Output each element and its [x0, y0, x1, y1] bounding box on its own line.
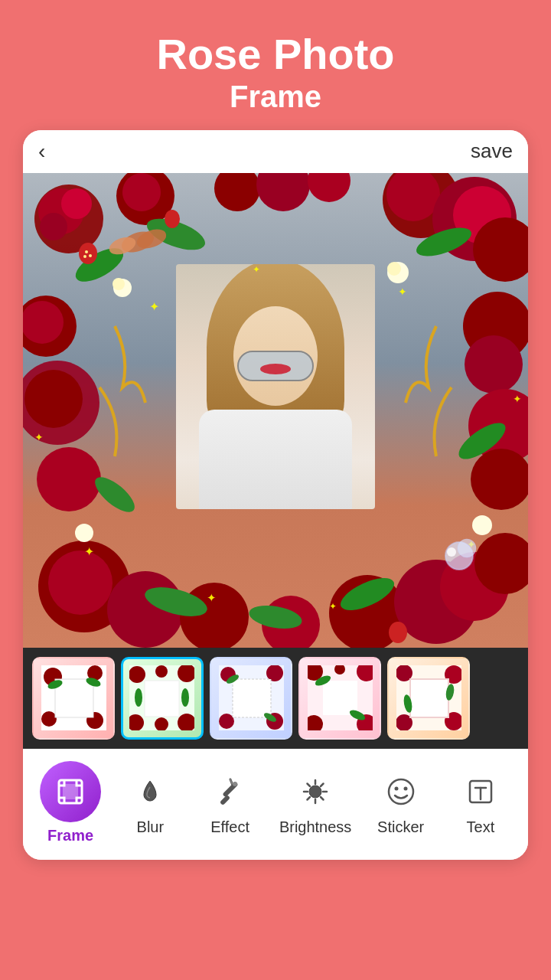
svg-point-72: [41, 711, 57, 727]
effect-label: Effect: [210, 818, 249, 836]
back-button[interactable]: ‹: [38, 139, 45, 164]
tool-frame[interactable]: Frame: [40, 761, 101, 844]
svg-point-78: [129, 666, 145, 683]
save-button[interactable]: save: [471, 139, 513, 163]
frame-thumb-5-inner: [393, 662, 465, 734]
blur-icon-wrap: [128, 769, 172, 814]
svg-point-130: [403, 786, 407, 790]
frame-thumb-2-inner: [127, 663, 197, 733]
app-title-line1: Rose Photo: [15, 31, 536, 78]
photo-frame-area: ✦ ✦ ✦ ✦ ✦ ✦ ✦ ✦ ✦: [23, 173, 528, 648]
svg-rect-101: [323, 681, 357, 715]
tool-sticker[interactable]: Sticker: [370, 769, 432, 836]
frame-thumb-1-inner: [37, 662, 109, 734]
svg-rect-109: [410, 679, 448, 717]
app-title-line2: Frame: [15, 78, 536, 115]
svg-line-127: [308, 797, 311, 800]
svg-point-85: [135, 688, 142, 707]
svg-point-90: [219, 714, 234, 729]
toolbar-bottom: Frame Blur Effe: [23, 749, 528, 860]
svg-line-126: [321, 783, 324, 786]
svg-point-82: [155, 665, 168, 678]
text-label: Text: [467, 818, 495, 836]
brightness-label: Brightness: [279, 818, 352, 836]
blur-label: Blur: [137, 818, 165, 836]
person-body: [199, 410, 352, 509]
main-card: ‹ save: [23, 130, 528, 860]
frame-thumb-4-inner: [304, 662, 376, 734]
sticker-label: Sticker: [377, 818, 424, 836]
tool-effect[interactable]: Effect: [200, 769, 261, 836]
effect-icon-wrap: [208, 769, 253, 814]
frame-label: Frame: [47, 827, 93, 844]
toolbar-top: ‹ save: [23, 130, 528, 173]
tool-blur[interactable]: Blur: [119, 769, 181, 836]
center-photo: [176, 264, 375, 509]
tool-brightness[interactable]: Brightness: [279, 769, 352, 836]
frame-thumb-1[interactable]: [32, 657, 115, 740]
text-icon-wrap: [458, 769, 503, 814]
svg-line-125: [321, 797, 324, 800]
svg-rect-92: [233, 679, 271, 717]
frame-icon-wrap: [40, 761, 101, 822]
svg-point-128: [389, 779, 413, 804]
person-lips: [260, 364, 291, 374]
sticker-icon-wrap: [379, 769, 423, 814]
frame-thumb-2[interactable]: [121, 657, 204, 740]
svg-point-118: [233, 782, 237, 786]
frame-thumb-4[interactable]: [298, 657, 381, 740]
brightness-icon-wrap: [293, 769, 337, 814]
frames-strip: [23, 648, 528, 749]
svg-point-86: [181, 688, 189, 707]
svg-line-124: [308, 783, 311, 786]
frame-thumb-3[interactable]: [210, 657, 292, 740]
frame-thumb-5[interactable]: [387, 657, 470, 740]
tool-text[interactable]: Text: [450, 769, 511, 836]
svg-rect-84: [145, 681, 179, 717]
frame-thumb-3-inner: [215, 662, 287, 734]
svg-rect-113: [63, 784, 78, 799]
svg-point-129: [394, 786, 398, 790]
svg-point-119: [309, 786, 321, 798]
header: Rose Photo Frame: [0, 0, 551, 130]
